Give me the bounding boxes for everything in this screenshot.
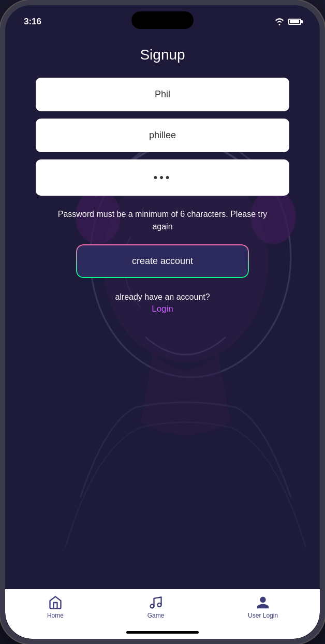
error-message: Password must be a minimum of 6 characte… — [54, 208, 271, 233]
page-title: Signup — [140, 47, 185, 63]
login-link[interactable]: Login — [152, 304, 173, 314]
music-icon — [149, 595, 163, 610]
svg-point-4 — [150, 605, 154, 608]
password-input[interactable] — [36, 159, 289, 196]
nav-item-game[interactable]: Game — [147, 595, 165, 619]
phone-inner: 3:16 Signup Password must be a min — [5, 5, 320, 639]
user-icon — [256, 595, 270, 610]
create-account-label: create account — [132, 256, 193, 266]
nav-label-game: Game — [147, 612, 165, 619]
already-have-account-text: already have an account? — [115, 292, 210, 302]
name-input[interactable] — [36, 78, 289, 111]
home-icon — [48, 595, 63, 610]
nav-label-home: Home — [47, 612, 64, 619]
dynamic-island — [131, 11, 194, 29]
login-section: already have an account? Login — [115, 292, 210, 314]
phone-frame: 3:16 Signup Password must be a min — [0, 0, 325, 644]
main-content: Signup Password must be a minimum of 6 c… — [5, 31, 320, 589]
nav-label-user-login: User Login — [248, 612, 278, 619]
nav-item-home[interactable]: Home — [47, 595, 64, 619]
create-account-button[interactable]: create account — [77, 245, 248, 277]
username-input[interactable] — [36, 119, 289, 152]
home-indicator — [126, 631, 199, 634]
svg-point-5 — [157, 603, 161, 607]
bottom-nav: Home Game User Login — [5, 589, 320, 639]
status-time: 3:16 — [24, 17, 41, 27]
battery-icon — [288, 19, 301, 25]
status-icons — [275, 18, 301, 25]
wifi-icon — [275, 18, 284, 25]
nav-item-user-login[interactable]: User Login — [248, 595, 278, 619]
